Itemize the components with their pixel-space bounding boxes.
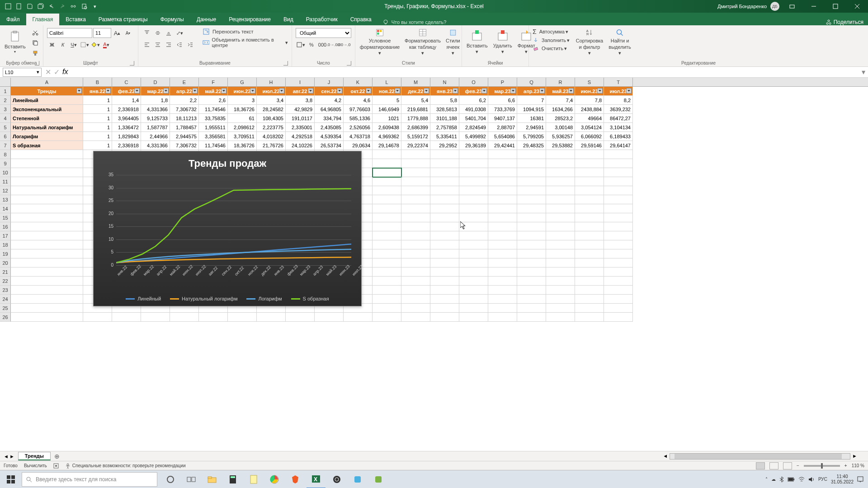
- cell[interactable]: 3,104134: [604, 123, 633, 132]
- cell[interactable]: [401, 277, 430, 286]
- cell[interactable]: 328,5813: [430, 105, 459, 114]
- accounting-format-icon[interactable]: ▾: [296, 40, 306, 50]
- cell[interactable]: [430, 258, 459, 267]
- filter-dropdown-icon[interactable]: [395, 88, 400, 94]
- zoom-level[interactable]: 110 %: [852, 463, 864, 468]
- increase-indent-icon[interactable]: [185, 40, 195, 50]
- zoom-slider[interactable]: [804, 465, 840, 467]
- save-icon[interactable]: [25, 2, 34, 11]
- page-break-view-icon[interactable]: [783, 462, 792, 469]
- cell[interactable]: [459, 231, 488, 240]
- cell[interactable]: 29,2952: [430, 141, 459, 150]
- align-right-icon[interactable]: [164, 40, 174, 50]
- cell[interactable]: [430, 213, 459, 222]
- cell[interactable]: 2,757858: [430, 123, 459, 132]
- cell[interactable]: [604, 267, 633, 277]
- tab-layout[interactable]: Разметка страницы: [92, 14, 154, 25]
- cell[interactable]: апр.22: [170, 87, 199, 96]
- sheet-nav-next-icon[interactable]: ►: [9, 454, 14, 459]
- filter-dropdown-icon[interactable]: [134, 88, 140, 94]
- formula-expand-icon[interactable]: ▾: [859, 68, 868, 76]
- cell[interactable]: [488, 313, 517, 322]
- cell[interactable]: 3,709511: [228, 132, 257, 141]
- cell[interactable]: 5,799205: [517, 132, 546, 141]
- cell[interactable]: янв.22: [83, 87, 112, 96]
- column-header[interactable]: L: [373, 78, 401, 86]
- cell[interactable]: 2,336918: [112, 105, 141, 114]
- cell[interactable]: 3,964405: [112, 114, 141, 123]
- cell[interactable]: [546, 231, 575, 240]
- cell[interactable]: [459, 304, 488, 313]
- column-header[interactable]: F: [199, 78, 228, 86]
- orientation-icon[interactable]: ⤢▾: [175, 28, 184, 38]
- cell[interactable]: июн.23: [575, 87, 604, 96]
- cell[interactable]: 49664: [575, 114, 604, 123]
- cell[interactable]: [575, 258, 604, 267]
- tray-chevron-icon[interactable]: ˄: [765, 477, 768, 482]
- cell[interactable]: [430, 313, 459, 322]
- cell[interactable]: [373, 222, 401, 231]
- cell[interactable]: [575, 277, 604, 286]
- cell[interactable]: [373, 267, 401, 277]
- cell[interactable]: [575, 168, 604, 177]
- cell[interactable]: [517, 213, 546, 222]
- cell[interactable]: 4,2: [315, 96, 344, 105]
- cell[interactable]: [401, 286, 430, 295]
- row-header[interactable]: 5: [0, 123, 11, 132]
- cell[interactable]: [604, 231, 633, 240]
- tray-onedrive-icon[interactable]: ☁: [771, 477, 776, 482]
- cell[interactable]: 334,794: [315, 114, 344, 123]
- column-header[interactable]: D: [141, 78, 170, 86]
- row-header[interactable]: 1: [0, 87, 11, 96]
- tab-data[interactable]: Данные: [190, 14, 222, 25]
- cell[interactable]: 29,53882: [546, 141, 575, 150]
- cell[interactable]: [11, 286, 83, 295]
- cell[interactable]: фев.23: [459, 87, 488, 96]
- cell[interactable]: 2,435085: [315, 123, 344, 132]
- tab-formulas[interactable]: Формулы: [154, 14, 190, 25]
- cell[interactable]: 5,654086: [488, 132, 517, 141]
- cell[interactable]: [401, 222, 430, 231]
- cell[interactable]: S образная: [11, 141, 83, 150]
- borders-icon[interactable]: ▾: [80, 40, 90, 50]
- cell[interactable]: 3: [228, 96, 257, 105]
- filter-dropdown-icon[interactable]: [626, 88, 632, 94]
- cell[interactable]: апр.23: [517, 87, 546, 96]
- cell[interactable]: 1,8: [141, 96, 170, 105]
- filter-dropdown-icon[interactable]: [279, 88, 284, 94]
- cell[interactable]: 3,4: [257, 96, 286, 105]
- cell[interactable]: 491,0308: [459, 105, 488, 114]
- cell[interactable]: [430, 231, 459, 240]
- align-left-icon[interactable]: [142, 40, 152, 50]
- ribbon-display-icon[interactable]: [783, 0, 801, 13]
- cell[interactable]: [517, 186, 546, 195]
- cell[interactable]: фев.22: [112, 87, 141, 96]
- cell[interactable]: [575, 295, 604, 304]
- cell[interactable]: 6,066092: [575, 132, 604, 141]
- row-header[interactable]: 24: [0, 295, 11, 304]
- cell[interactable]: [430, 304, 459, 313]
- close-icon[interactable]: [848, 0, 866, 13]
- cell[interactable]: [11, 295, 83, 304]
- row-header[interactable]: 10: [0, 168, 11, 177]
- filter-dropdown-icon[interactable]: [424, 88, 429, 94]
- cell[interactable]: 29,64147: [604, 141, 633, 150]
- cell[interactable]: 5,159172: [401, 132, 430, 141]
- cell[interactable]: [488, 195, 517, 204]
- cell[interactable]: 1021: [373, 114, 401, 123]
- cell[interactable]: [517, 231, 546, 240]
- sort-filter-button[interactable]: AЯ Сортировка и фильтр▾: [573, 26, 606, 58]
- align-center-icon[interactable]: [153, 40, 163, 50]
- status-calculate[interactable]: Вычислить: [24, 463, 47, 468]
- comma-icon[interactable]: 000: [317, 40, 327, 50]
- column-header[interactable]: E: [170, 78, 199, 86]
- autosum-button[interactable]: ΣАвтосумма▾: [533, 28, 571, 35]
- cell[interactable]: 4,331366: [141, 141, 170, 150]
- cell[interactable]: [430, 240, 459, 249]
- cell[interactable]: [604, 258, 633, 267]
- cell[interactable]: [604, 313, 633, 322]
- cell[interactable]: 4,969362: [373, 132, 401, 141]
- cell[interactable]: [11, 150, 83, 159]
- row-header[interactable]: 22: [0, 277, 11, 286]
- taskbar-app2-icon[interactable]: [348, 470, 367, 488]
